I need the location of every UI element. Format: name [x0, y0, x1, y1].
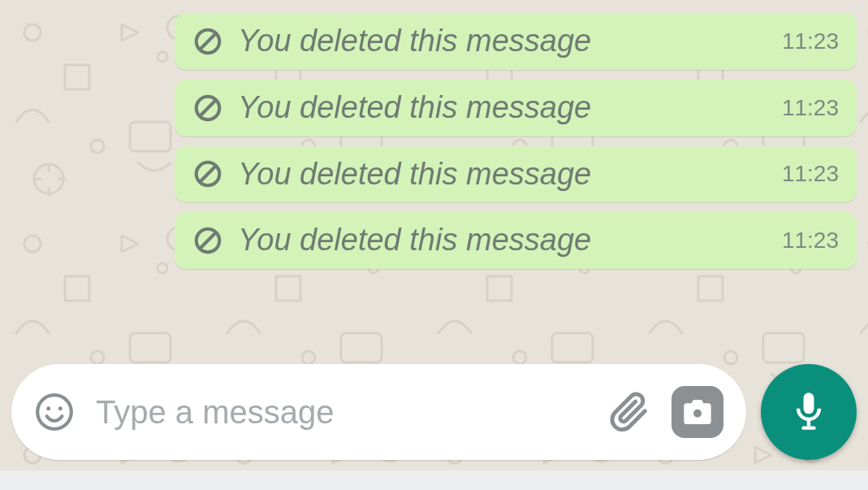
svg-rect-22	[801, 427, 815, 430]
svg-point-15	[37, 395, 71, 429]
message-row: You deleted this message 11:23	[0, 141, 868, 208]
svg-line-12	[201, 167, 215, 181]
svg-line-10	[201, 101, 215, 115]
message-input-container	[11, 364, 746, 460]
message-row: You deleted this message 11:23	[0, 207, 868, 274]
message-row: You deleted this message 11:23	[0, 75, 868, 141]
microphone-icon	[788, 389, 830, 435]
camera-icon[interactable]	[672, 386, 723, 438]
svg-line-14	[201, 233, 215, 248]
message-timestamp: 11:23	[775, 161, 839, 187]
message-input[interactable]	[96, 394, 585, 431]
prohibit-icon	[192, 26, 223, 57]
message-row: You deleted this message 11:23	[0, 8, 868, 75]
deleted-message-text: You deleted this message	[238, 24, 761, 59]
deleted-message-text: You deleted this message	[238, 158, 761, 192]
svg-point-16	[46, 406, 50, 410]
svg-rect-21	[807, 421, 810, 427]
prohibit-icon	[192, 158, 223, 189]
chat-message-list[interactable]: You deleted this message 11:23 You delet…	[0, 0, 868, 341]
svg-point-17	[58, 406, 63, 410]
message-timestamp: 11:23	[775, 95, 839, 121]
svg-rect-20	[804, 392, 814, 414]
emoji-icon[interactable]	[34, 392, 75, 432]
message-timestamp: 11:23	[775, 228, 839, 254]
composer-bar	[0, 358, 868, 466]
voice-record-button[interactable]	[761, 364, 857, 460]
outgoing-message-bubble[interactable]: You deleted this message 11:23	[175, 80, 857, 137]
outgoing-message-bubble[interactable]: You deleted this message 11:23	[175, 146, 857, 203]
bottom-separator	[0, 470, 868, 490]
prohibit-icon	[192, 225, 223, 256]
outgoing-message-bubble[interactable]: You deleted this message 11:23	[175, 212, 857, 269]
deleted-message-text: You deleted this message	[238, 223, 761, 258]
paperclip-icon[interactable]	[607, 390, 650, 434]
outgoing-message-bubble[interactable]: You deleted this message 11:23	[175, 13, 857, 70]
prohibit-icon	[192, 93, 223, 124]
message-timestamp: 11:23	[775, 28, 839, 54]
deleted-message-text: You deleted this message	[238, 91, 761, 125]
svg-line-8	[201, 34, 215, 49]
